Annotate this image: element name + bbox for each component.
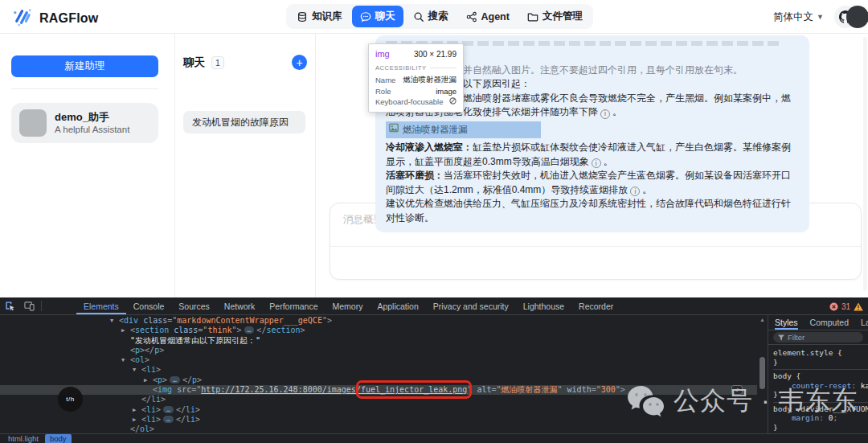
style-token: katexEqnNo xyxy=(861,381,868,390)
styles-tab-computed[interactable]: Computed xyxy=(810,315,849,330)
styles-filter-input[interactable]: Filter xyxy=(773,332,863,343)
style-rule-line[interactable]: counter-reset: katexEqnNo xyxy=(773,381,868,391)
tooltip-row: Name燃油喷射器泄漏 xyxy=(375,75,457,85)
element-inspect-tooltip: img 300 × 21.99 ACCESSIBILITY Name燃油喷射器泄… xyxy=(368,43,464,113)
nav-item-搜索[interactable]: 搜索 xyxy=(405,6,457,27)
tree-row[interactable]: ▶<li>…</li> xyxy=(0,415,757,425)
nav-item-Agent[interactable]: Agent xyxy=(458,6,518,27)
elements-scrollbar[interactable]: ▲ xyxy=(757,315,768,433)
warning-triangle-icon[interactable] xyxy=(854,302,863,311)
inspect-icon[interactable] xyxy=(0,297,19,315)
code-token: http://172.25.16.248:8000/images/ xyxy=(201,385,361,394)
tree-row[interactable]: ▼<ol> xyxy=(0,355,757,365)
expander-closed-icon[interactable]: ▶ xyxy=(144,375,153,385)
code-token: =" xyxy=(592,385,601,394)
devtools-tab-network[interactable]: Network xyxy=(217,297,263,314)
expander-open-icon[interactable]: ▼ xyxy=(121,355,130,365)
code-token: li xyxy=(151,395,161,404)
scrollbar-up-icon[interactable]: ▲ xyxy=(760,317,765,322)
elements-tree: ▼<div class="markdownContentWrapper___ge… xyxy=(0,316,757,433)
devtools-tab-application[interactable]: Application xyxy=(370,297,425,314)
expand-inline-icon[interactable]: … xyxy=(170,376,180,384)
devtools-tab-privacy-and-security[interactable]: Privacy and security xyxy=(426,297,516,314)
styles-tabs: StylesComputedLayout xyxy=(768,315,868,330)
tree-row[interactable]: ▼<li> xyxy=(0,365,757,375)
tree-row-selected-img[interactable]: <img src="http://172.25.16.248:8000/imag… xyxy=(0,385,757,395)
code-token: > xyxy=(145,355,149,364)
style-rule-line[interactable]: element.style { xyxy=(773,348,868,358)
style-rule-line[interactable]: } xyxy=(773,358,868,367)
code-token: > xyxy=(156,405,161,414)
device-toolbar-icon[interactable] xyxy=(19,297,39,315)
tree-row[interactable]: ▼<div class="markdownContentWrapper___ge… xyxy=(0,316,757,326)
code-token: class xyxy=(174,326,198,334)
tree-row[interactable]: </ol> xyxy=(0,425,757,433)
new-assistant-button[interactable]: 新建助理 xyxy=(11,55,158,77)
expander-open-icon[interactable]: ▼ xyxy=(133,365,141,375)
expander-open-icon[interactable]: ▼ xyxy=(110,316,119,326)
devtools-tab-memory[interactable]: Memory xyxy=(325,297,370,314)
code-token: li xyxy=(146,365,156,374)
styles-tab-layout[interactable]: Layout xyxy=(861,315,868,330)
devtools-tab-sources[interactable]: Sources xyxy=(171,297,217,314)
tree-row[interactable]: ▶<li>…</li> xyxy=(0,405,757,415)
info-circle-icon[interactable]: i xyxy=(592,158,601,168)
style-token: : xyxy=(851,381,860,390)
devtools-tab-lighthouse[interactable]: Lighthouse xyxy=(516,297,571,314)
tree-row[interactable]: </li> xyxy=(0,395,757,404)
error-count[interactable]: 31 xyxy=(841,302,850,311)
nav-item-文件管理[interactable]: 文件管理 xyxy=(519,6,591,27)
input-divider xyxy=(330,246,861,247)
tooltip-tag-name: img xyxy=(375,49,390,59)
devtools-tab-elements[interactable]: Elements xyxy=(76,297,126,314)
nav-item-知识库[interactable]: 知识库 xyxy=(289,6,350,27)
style-rules: element.style {}body { counter-reset: ka… xyxy=(768,345,868,433)
tooltip-row-label: Role xyxy=(375,87,391,96)
message-item: 冷却液渗入燃烧室：缸盖垫片损坏或缸体裂纹会使冷却液进入气缸，产生白色烟雾。某维修… xyxy=(386,141,799,169)
devtools-tab-recorder[interactable]: Recorder xyxy=(571,297,620,314)
expander-closed-icon[interactable]: ▶ xyxy=(121,326,130,335)
code-token: "> xyxy=(616,385,625,394)
scrollbar-thumb[interactable] xyxy=(760,357,765,389)
style-rule-line[interactable]: } xyxy=(773,390,868,400)
tree-row[interactable]: ▶<section class="think">…</section> xyxy=(0,326,757,335)
nav-item-聊天[interactable]: 聊天 xyxy=(352,6,403,27)
expand-inline-icon[interactable]: … xyxy=(163,416,174,423)
expander-closed-icon[interactable]: ▶ xyxy=(133,405,141,415)
brand[interactable]: RAGFlow xyxy=(11,6,98,31)
devtools-tab-console[interactable]: Console xyxy=(126,297,172,314)
style-rule-line[interactable]: } xyxy=(773,423,868,433)
style-rule-line[interactable]: body .divider___XVUOM { xyxy=(773,404,868,414)
code-token: </ xyxy=(130,425,140,433)
scroll-into-view-badge[interactable]: ↺ xyxy=(731,385,743,395)
tree-row[interactable]: <p></p> xyxy=(0,346,757,355)
language-switcher[interactable]: 简体中文 ▼ xyxy=(773,10,824,24)
expand-inline-icon[interactable]: … xyxy=(244,326,255,334)
chat-scrollbar[interactable] xyxy=(863,37,867,291)
tooltip-row-label: Keyboard-focusable xyxy=(375,97,444,106)
expander-closed-icon[interactable]: ▶ xyxy=(133,415,141,425)
tree-row[interactable]: ▶<p>…</p> xyxy=(0,375,757,385)
conversation-item[interactable]: 发动机冒烟的故障原因 xyxy=(183,111,305,133)
image-alt-highlight[interactable]: 燃油喷射器泄漏 xyxy=(386,121,541,139)
expand-inline-icon[interactable]: … xyxy=(163,406,174,413)
not-allowed-icon xyxy=(449,97,457,106)
error-circle-icon[interactable] xyxy=(829,302,838,311)
tree-row[interactable]: "发动机冒烟通常由以下原因引起：" xyxy=(0,336,757,346)
user-avatar[interactable] xyxy=(846,6,868,28)
code-token: ol xyxy=(135,355,145,364)
info-circle-icon[interactable]: i xyxy=(630,187,640,196)
assistant-card[interactable]: demo_助手 A helpful Assistant xyxy=(11,103,158,143)
style-rule-line[interactable]: body { xyxy=(773,371,868,381)
breadcrumb-body[interactable]: body xyxy=(45,434,72,443)
code-token: "> xyxy=(231,326,241,334)
cursor-overlay-badge: t/h xyxy=(58,387,83,412)
devtools-tab-performance[interactable]: Performance xyxy=(262,297,325,314)
assistant-description: A helpful Assistant xyxy=(55,124,129,136)
styles-tab-styles[interactable]: Styles xyxy=(775,315,798,330)
breadcrumb-html-light[interactable]: html.light xyxy=(3,434,43,443)
new-conversation-button[interactable]: + xyxy=(292,55,307,70)
devtools-status: 31 xyxy=(829,297,863,315)
info-circle-icon[interactable]: i xyxy=(600,109,610,119)
style-rule-line[interactable]: margin: 0; xyxy=(773,413,868,423)
